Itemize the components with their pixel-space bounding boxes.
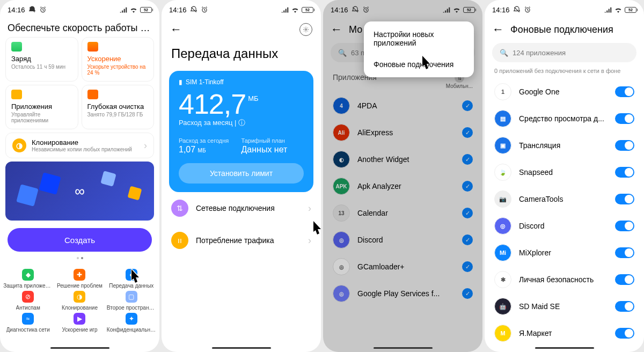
page-title: Обеспечьте скорость работы и безо... — [8, 23, 152, 34]
app-icon: ✱ — [494, 271, 511, 288]
app-row: 📷CameraTools — [489, 186, 640, 212]
app-row: 🍃Snapseed — [489, 159, 640, 186]
page-title: Фоновые подключения — [510, 24, 613, 35]
popup-item-new-app-settings[interactable]: Настройки новых приложений — [364, 24, 474, 54]
toggle-switch[interactable] — [615, 167, 634, 178]
grid-item[interactable]: ✚Решение проблем — [54, 269, 105, 289]
grid-item[interactable]: ◑Клонирование — [54, 291, 105, 311]
wifi-icon — [614, 6, 623, 13]
toggle-switch[interactable] — [615, 140, 634, 151]
toggle-switch[interactable] — [615, 274, 634, 285]
toggle-switch[interactable] — [615, 194, 634, 204]
back-button[interactable]: ← — [492, 23, 504, 36]
chevron-right-icon: › — [144, 140, 147, 151]
illustration: ∞ — [5, 162, 154, 221]
app-name: Discord — [519, 222, 608, 230]
option-label: Сетевые подключения — [196, 204, 301, 212]
app-row: ▤Средство просмотра д... — [489, 105, 640, 132]
app-icon: ▤ — [494, 110, 511, 127]
toggle-switch[interactable] — [615, 113, 634, 124]
app-icon: Mi — [494, 244, 511, 261]
option-row[interactable]: ııПотребление трафика› — [162, 224, 321, 256]
app-name: MiXplorer — [519, 248, 608, 257]
nav-indicator — [374, 347, 433, 349]
grid-item[interactable]: ≈Диагностика сети — [2, 313, 54, 333]
grid-label: Решение проблем — [57, 283, 103, 289]
usage-value: 412,7 — [179, 88, 246, 120]
grid-label: Передача данных — [109, 283, 153, 289]
sim-label: ▮ SIM 1-Tinkoff — [179, 78, 304, 86]
app-row: 🤖SD Maid SE — [489, 293, 640, 320]
app-icon: 🍃 — [494, 164, 511, 181]
grid-item[interactable]: ✦Конфиденциально... — [106, 313, 157, 333]
alarm-icon — [39, 6, 47, 13]
signal-icon — [604, 6, 612, 13]
toggle-switch[interactable] — [615, 86, 634, 97]
status-time: 14:16 — [492, 6, 510, 14]
grid-label: Конфиденциально... — [107, 327, 156, 333]
toggle-switch[interactable] — [615, 221, 634, 231]
grid-icon: ✚ — [74, 269, 85, 281]
screen-data-usage: 14:16 52 ← Передача данных ▮ SIM 1-Tinko… — [162, 0, 321, 352]
battery-indicator: 52 — [140, 7, 152, 13]
grid-icon: ▶ — [74, 313, 85, 325]
toggle-switch[interactable] — [615, 301, 634, 312]
grid-icon: ● — [126, 269, 137, 281]
screen-security-center: 14:16 52 Обеспечьте скорость работы и бе… — [0, 0, 159, 352]
app-icon: ▣ — [494, 137, 511, 154]
grid-label: Ускорение игр — [62, 327, 97, 333]
grid-icon: ✦ — [126, 313, 137, 325]
dnd-icon — [28, 6, 36, 13]
popup-item-background-connections[interactable]: Фоновые подключения — [364, 54, 474, 75]
page-title: Передача данных — [162, 40, 321, 71]
battery-indicator: 52 — [302, 7, 313, 13]
card-apps[interactable]: Приложения Управляйте приложениями — [5, 85, 78, 129]
grid-item[interactable]: ◆Защита приложени... — [2, 269, 54, 289]
app-name: Личная безопасность — [519, 275, 608, 284]
settings-button[interactable] — [299, 23, 312, 36]
app-row: ✱Личная безопасность — [489, 266, 640, 293]
grid-icon: ⊘ — [22, 291, 34, 303]
grid-item[interactable]: ⊘Антиспам — [2, 291, 54, 311]
app-name: Средство просмотра д... — [519, 114, 608, 123]
usage-card: ▮ SIM 1-Tinkoff 412,7МБ Расход за месяц … — [169, 71, 313, 192]
option-icon: ⇅ — [171, 200, 188, 217]
alarm-icon — [524, 6, 531, 13]
statusbar: 14:16 52 — [162, 0, 321, 19]
nav-indicator — [50, 347, 109, 349]
statusbar: 14:16 52 — [0, 0, 159, 19]
grid-item[interactable]: ▶Ускорение игр — [54, 313, 105, 333]
option-row[interactable]: ⇅Сетевые подключения› — [162, 192, 321, 224]
grid-icon: ◑ — [74, 291, 85, 303]
clone-icon: ◑ — [12, 138, 26, 152]
app-icon: 📷 — [494, 190, 511, 208]
summary-text: 0 приложений без подключения к сети в фо… — [485, 65, 644, 78]
card-battery[interactable]: Заряд Осталось 11 ч 59 мин — [5, 37, 78, 82]
card-deep-clean[interactable]: Глубокая очистка Занято 79,9 ГБ/128 ГБ — [82, 85, 155, 129]
card-clone[interactable]: ◑ Клонирование Независимые копии любых п… — [5, 133, 154, 158]
dnd-icon — [513, 6, 521, 13]
chevron-right-icon: › — [308, 203, 311, 214]
app-name: Google One — [519, 87, 608, 96]
grid-item[interactable]: ●Передача данных — [106, 269, 157, 289]
toggle-switch[interactable] — [615, 247, 634, 258]
app-icon: ◎ — [494, 217, 511, 234]
card-boost[interactable]: Ускорение Ускорьте устройство на 24 % — [82, 37, 155, 82]
nav-indicator — [212, 347, 271, 349]
grid-label: Антиспам — [16, 305, 40, 311]
toggle-switch[interactable] — [615, 328, 634, 339]
app-name: Snapseed — [519, 168, 608, 177]
back-button[interactable]: ← — [170, 23, 182, 36]
app-row: ◎Discord — [489, 212, 640, 239]
option-icon: ıı — [171, 232, 188, 249]
popup-menu: Настройки новых приложений Фоновые подкл… — [364, 21, 474, 77]
wifi-icon — [291, 6, 299, 13]
create-button[interactable]: Создать — [8, 228, 152, 252]
usage-period: Расход за месяц | ⓘ — [179, 118, 304, 128]
app-row: ▣Трансляция — [489, 132, 640, 159]
grid-label: Второе пространст... — [107, 305, 156, 311]
grid-item[interactable]: ▢Второе пространст... — [106, 291, 157, 311]
app-icon: 1 — [494, 83, 511, 100]
set-limit-button[interactable]: Установить лимит — [179, 163, 304, 184]
search-input[interactable]: 🔍 124 приложения — [492, 43, 636, 62]
